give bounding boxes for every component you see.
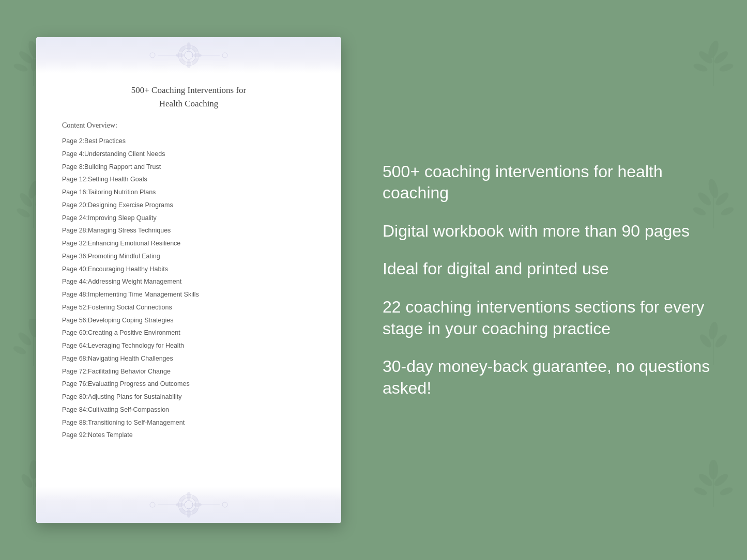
toc-title: Fostering Social Connections [88,304,172,311]
toc-list: Page 2:Best PracticesPage 4:Understandin… [62,135,315,442]
toc-title: Leveraging Technology for Health [88,342,184,349]
toc-item: Page 44:Addressing Weight Management [62,275,315,288]
toc-item: Page 16:Tailoring Nutrition Plans [62,186,315,199]
header-ornament-svg [111,42,266,68]
toc-page-num: Page 88: [62,418,88,428]
toc-title: Enhancing Emotional Resilience [88,240,180,247]
toc-page-num: Page 92: [62,430,88,440]
toc-item: Page 88:Transitioning to Self-Management [62,416,315,429]
toc-page-num: Page 28: [62,226,88,236]
document-panel: 500+ Coaching Interventions for Health C… [36,37,341,523]
toc-page-num: Page 20: [62,200,88,210]
svg-point-49 [187,60,191,68]
toc-title: Setting Health Goals [88,176,147,183]
toc-title: Evaluating Progress and Outcomes [88,380,190,387]
svg-point-70 [191,507,200,516]
toc-item: Page 80:Adjusting Plans for Sustainabili… [62,391,315,403]
svg-point-69 [178,507,187,516]
toc-title: Encouraging Healthy Habits [88,266,168,273]
features-panel: 500+ coaching interventions for health c… [372,161,716,399]
toc-item: Page 64:Leveraging Technology for Health [62,339,315,352]
content-overview-label: Content Overview: [62,121,315,130]
toc-item: Page 28:Managing Stress Techniques [62,224,315,237]
toc-item: Page 92:Notes Template [62,429,315,442]
toc-page-num: Page 52: [62,303,88,313]
toc-item: Page 52:Fostering Social Connections [62,301,315,314]
toc-page-num: Page 72: [62,367,88,377]
toc-title: Managing Stress Techniques [88,227,171,234]
svg-point-64 [187,509,191,518]
svg-point-56 [150,53,155,58]
svg-point-55 [191,57,200,66]
toc-title: Understanding Client Needs [84,150,165,158]
feature-item-4: 22 coaching interventions sections for e… [383,297,716,339]
toc-item: Page 60:Creating a Positive Environment [62,326,315,339]
doc-header-decoration [36,37,341,73]
svg-point-52 [178,45,187,54]
toc-page-num: Page 56: [62,316,88,325]
toc-page-num: Page 2: [62,136,84,146]
toc-title: Designing Exercise Programs [88,201,173,209]
toc-title: Transitioning to Self-Management [88,419,185,426]
toc-item: Page 24:Improving Sleep Quality [62,212,315,225]
svg-point-53 [191,45,200,54]
svg-point-63 [187,492,191,500]
svg-point-67 [178,494,187,503]
toc-page-num: Page 40: [62,265,88,274]
svg-point-48 [187,42,191,51]
toc-page-num: Page 4: [62,149,84,159]
doc-title-line1: 500+ Coaching Interventions for [131,85,247,95]
toc-page-num: Page 16: [62,188,88,197]
toc-title: Cultivating Self-Compassion [88,406,169,413]
toc-page-num: Page 84: [62,405,88,415]
doc-footer-decoration [36,487,341,523]
toc-title: Addressing Weight Management [88,278,181,285]
toc-title: Developing Coping Strategies [88,317,173,324]
toc-page-num: Page 12: [62,175,88,184]
feature-item-2: Digital workbook with more than 90 pages [383,221,716,242]
toc-page-num: Page 36: [62,252,88,261]
toc-item: Page 4:Understanding Client Needs [62,148,315,161]
toc-title: Creating a Positive Environment [88,329,180,336]
toc-item: Page 8:Building Rapport and Trust [62,161,315,174]
toc-item: Page 32:Enhancing Emotional Resilience [62,237,315,250]
footer-ornament-svg [111,492,266,518]
toc-page-num: Page 8: [62,162,84,172]
toc-title: Adjusting Plans for Sustainability [88,393,181,400]
toc-page-num: Page 24: [62,213,88,223]
toc-page-num: Page 32: [62,239,88,248]
toc-title: Notes Template [88,431,133,439]
toc-page-num: Page 48: [62,290,88,300]
toc-item: Page 20:Designing Exercise Programs [62,199,315,212]
toc-title: Best Practices [84,137,126,145]
toc-item: Page 36:Promoting Mindful Eating [62,250,315,263]
toc-page-num: Page 76: [62,379,88,389]
toc-item: Page 68:Navigating Health Challenges [62,352,315,365]
toc-page-num: Page 60: [62,328,88,338]
svg-point-72 [222,502,227,507]
feature-item-3: Ideal for digital and printed use [383,258,716,280]
toc-title: Improving Sleep Quality [88,214,157,222]
svg-point-60 [185,501,193,509]
svg-point-71 [150,502,155,507]
feature-item-1: 500+ coaching interventions for health c… [383,161,716,204]
toc-item: Page 48:Implementing Time Management Ski… [62,288,315,301]
toc-page-num: Page 80: [62,392,88,402]
toc-title: Navigating Health Challenges [88,355,173,362]
doc-content: 500+ Coaching Interventions for Health C… [36,73,341,487]
toc-item: Page 56:Developing Coping Strategies [62,314,315,327]
svg-point-57 [222,53,227,58]
toc-title: Building Rapport and Trust [84,163,161,170]
doc-title-line2: Health Coaching [159,99,219,108]
svg-point-68 [191,494,200,503]
toc-page-num: Page 64: [62,341,88,351]
toc-title: Tailoring Nutrition Plans [88,189,156,196]
toc-item: Page 40:Encouraging Healthy Habits [62,263,315,276]
svg-point-54 [178,57,187,66]
page-layout: 500+ Coaching Interventions for Health C… [0,0,747,560]
toc-title: Facilitating Behavior Change [88,368,171,375]
toc-page-num: Page 44: [62,277,88,287]
toc-title: Promoting Mindful Eating [88,253,160,260]
toc-title: Implementing Time Management Skills [88,291,199,298]
doc-title: 500+ Coaching Interventions for Health C… [62,84,315,110]
